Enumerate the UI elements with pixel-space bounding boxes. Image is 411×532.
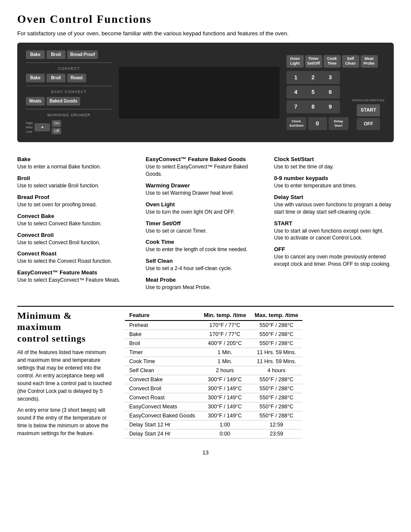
- num-6-button[interactable]: 6: [321, 86, 340, 99]
- convect-bake-heading: Convect Bake: [17, 213, 137, 219]
- table-row: Delay Start 24 Hr0:0023:59: [125, 429, 302, 438]
- col-min: Min. temp. /time: [199, 310, 250, 320]
- delay-start-button[interactable]: DelayStart: [329, 117, 349, 130]
- oven-light-button[interactable]: OvenLight: [286, 55, 304, 68]
- broil-button[interactable]: Broil: [47, 50, 65, 59]
- min-cell: 300°F / 149°C: [199, 375, 250, 384]
- feature-cell: Preheat: [125, 320, 199, 330]
- control-lock-label: Control Lock Hold 6 Sec.: [352, 99, 385, 102]
- clock-setstart-desc: Use to set the time of day.: [274, 163, 394, 171]
- table-row: Preheat170°F / 77°C550°F / 288°C: [125, 320, 302, 330]
- minmax-title: Minimum & maximum control settings: [17, 310, 112, 344]
- feature-cell: Convect Bake: [125, 375, 199, 384]
- num-1-button[interactable]: 1: [286, 71, 305, 84]
- minmax-table-container: Feature Min. temp. /time Max. temp. /tim…: [125, 310, 394, 441]
- bake-button[interactable]: Bake: [26, 50, 45, 59]
- max-cell: 550°F / 288°C: [250, 393, 302, 402]
- bread-proof-desc: Use to set oven for proofing bread.: [17, 201, 137, 208]
- warming-drawer-desc: Use to set Warming Drawer heat level.: [146, 190, 265, 197]
- num-3-button[interactable]: 3: [321, 71, 340, 84]
- max-cell: 550°F / 288°C: [250, 330, 302, 339]
- start-button[interactable]: START: [357, 104, 380, 116]
- easy-baked-goods-button[interactable]: Baked Goods: [47, 97, 80, 106]
- easy-baked-heading: EasyConvect™ Feature Baked Goods: [146, 156, 265, 162]
- max-cell: 550°F / 288°C: [250, 375, 302, 384]
- table-row: EasyConvect Baked Goods300°F / 149°C550°…: [125, 411, 302, 420]
- intro-text: For satisfactory use of your oven, becom…: [17, 30, 394, 37]
- bake-desc: Use to enter a normal Bake function.: [17, 163, 137, 171]
- easy-meats-desc: Use to select EasyConvect™ Feature Meats…: [17, 277, 137, 284]
- num-4-button[interactable]: 4: [286, 86, 305, 99]
- minmax-para2: An entry error tone (3 short beeps) will…: [17, 406, 112, 437]
- min-cell: 300°F / 149°C: [199, 411, 250, 420]
- max-cell: 550°F / 288°C: [250, 384, 302, 393]
- min-cell: 1:00: [199, 420, 250, 429]
- self-clean-button[interactable]: SelfClean: [342, 55, 359, 68]
- table-row: Convect Roast300°F / 149°C550°F / 288°C: [125, 393, 302, 402]
- timer-setoff-button[interactable]: TimerSet/Off: [305, 55, 322, 68]
- easy-baked-desc: Use to select EasyConvect™ Feature Baked…: [146, 163, 265, 178]
- warming-plus-button[interactable]: +: [34, 123, 50, 131]
- off-heading: OFF: [274, 246, 394, 252]
- table-row: Delay Start 12 Hr1:0012:59: [125, 420, 302, 429]
- meat-probe-desc: Use to program Meat Probe.: [146, 284, 265, 291]
- min-cell: 0:00: [199, 429, 250, 438]
- numpad-desc: Use to enter temperature and times.: [274, 182, 394, 190]
- warming-on-button[interactable]: On: [52, 120, 61, 127]
- meat-probe-button[interactable]: MeatProbe: [361, 55, 378, 68]
- bread-proof-heading: Bread Proof: [17, 194, 137, 200]
- table-row: Self Clean2 hours4 hours: [125, 366, 302, 375]
- meat-probe-heading: Meat Probe: [146, 277, 265, 283]
- oven-panel: Bake Broil Bread Proof CONVECT Bake Broi…: [17, 43, 394, 142]
- bread-proof-button[interactable]: Bread Proof: [67, 50, 98, 59]
- convect-bake-button[interactable]: Bake: [26, 74, 45, 82]
- minmax-para1: All of the features listed have minimum …: [17, 348, 112, 403]
- cook-time-button[interactable]: CookTime: [324, 55, 341, 68]
- convect-divider: [26, 62, 112, 63]
- table-row: EasyConvect Meats300°F / 149°C550°F / 28…: [125, 402, 302, 411]
- feature-cell: Self Clean: [125, 366, 199, 375]
- clock-setstart-button[interactable]: ClockSet/Start: [286, 117, 306, 130]
- off-button[interactable]: OFF: [357, 118, 380, 130]
- oven-light-heading: Oven Light: [146, 201, 265, 208]
- warming-section: High Med Low + On Off: [26, 120, 112, 134]
- easy-meats-button[interactable]: Meats: [26, 97, 45, 106]
- num-7-button[interactable]: 7: [286, 100, 305, 113]
- minmax-left: Minimum & maximum control settings All o…: [17, 310, 112, 441]
- start-off-column: Control Lock Hold 6 Sec. START OFF: [352, 99, 385, 130]
- warming-label: WARMING DRAWER: [26, 113, 112, 117]
- convect-roast-button[interactable]: Roast: [67, 74, 86, 82]
- num-5-button[interactable]: 5: [304, 86, 323, 99]
- warming-low: Low: [26, 130, 33, 134]
- num-2-button[interactable]: 2: [304, 71, 323, 84]
- convect-button-row: Bake Broil Roast: [26, 74, 112, 82]
- min-cell: 300°F / 149°C: [199, 384, 250, 393]
- easy-convect-label: EASY CONVECT: [26, 90, 112, 94]
- easy-convect-button-row: Meats Baked Goods: [26, 97, 112, 106]
- max-cell: 550°F / 288°C: [250, 411, 302, 420]
- max-cell: 11 Hrs. 59 Mins.: [250, 357, 302, 366]
- section-divider: [17, 306, 394, 307]
- convect-roast-heading: Convect Roast: [17, 250, 137, 257]
- table-row: Convect Bake300°F / 149°C550°F / 288°C: [125, 375, 302, 384]
- warming-drawer-heading: Warming Drawer: [146, 182, 265, 189]
- max-cell: 4 hours: [250, 366, 302, 375]
- numpad: 1 2 3 4 5 6 7 8 9 ClockSet/Start 0 Delay…: [286, 71, 349, 130]
- num-9-button[interactable]: 9: [321, 100, 340, 113]
- warming-off-button[interactable]: Off: [52, 128, 61, 135]
- cook-time-heading: Cook Time: [146, 239, 265, 245]
- num-0-button[interactable]: 0: [308, 117, 327, 130]
- max-cell: 23:59: [250, 429, 302, 438]
- feature-cell: Timer: [125, 348, 199, 357]
- min-cell: 170°F / 77°C: [199, 330, 250, 339]
- table-row: Cook Time1 Min.11 Hrs. 59 Mins.: [125, 357, 302, 366]
- panel-display: [119, 67, 280, 118]
- off-desc: Use to cancel any oven mode previously e…: [274, 253, 394, 268]
- convect-broil-button[interactable]: Broil: [47, 74, 65, 82]
- timer-heading: Timer Set/Off: [146, 220, 265, 227]
- convect-bake-desc: Use to select Convect Bake function.: [17, 220, 137, 227]
- num-8-button[interactable]: 8: [304, 100, 323, 113]
- bake-heading: Bake: [17, 156, 137, 162]
- clock-setstart-heading: Clock Set/Start: [274, 156, 394, 162]
- start-desc: Use to start all oven functions except o…: [274, 227, 394, 242]
